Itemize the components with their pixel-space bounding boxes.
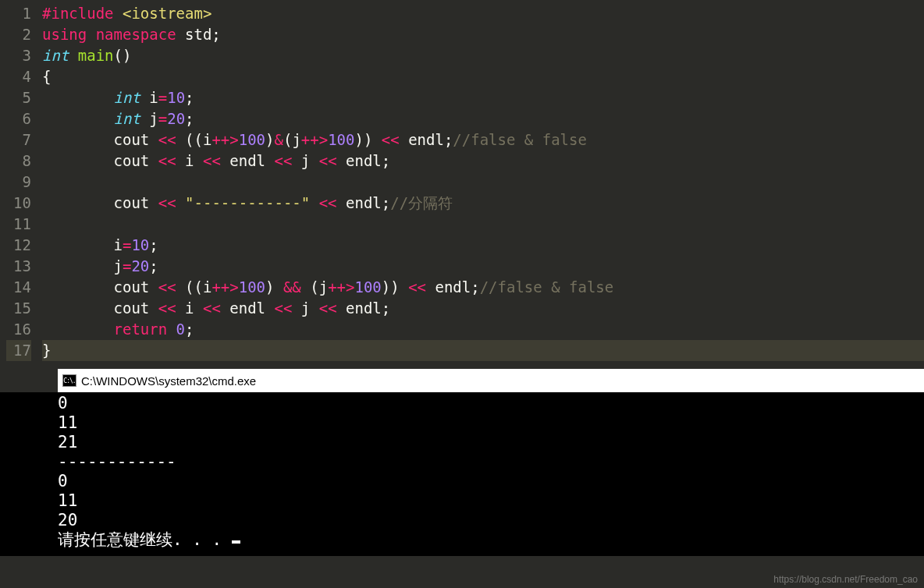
- line-number: 15: [6, 298, 31, 319]
- line-number: 13: [6, 256, 31, 277]
- line-number: 2: [6, 24, 31, 45]
- code-line[interactable]: int j=20;: [42, 108, 924, 129]
- code-line[interactable]: #include <iostream>: [42, 3, 924, 24]
- line-number: 16: [6, 319, 31, 340]
- code-line[interactable]: cout << ((i++>100) && (j++>100)) << endl…: [42, 277, 924, 298]
- watermark: https://blog.csdn.net/Freedom_cao: [773, 574, 918, 585]
- line-number: 1: [6, 3, 31, 24]
- line-number: 9: [6, 172, 31, 193]
- terminal-titlebar[interactable]: C:\. C:\WINDOWS\system32\cmd.exe: [58, 369, 924, 392]
- code-line[interactable]: j=20;: [42, 256, 924, 277]
- terminal-title: C:\WINDOWS\system32\cmd.exe: [81, 374, 256, 388]
- code-line[interactable]: i=10;: [42, 235, 924, 256]
- cmd-icon: C:\.: [62, 374, 76, 387]
- terminal-output[interactable]: 0 11 21 ------------ 0 11 20 请按任意键继续. . …: [0, 392, 924, 556]
- code-line[interactable]: [42, 172, 924, 193]
- code-line[interactable]: return 0;: [42, 319, 924, 340]
- line-number: 14: [6, 277, 31, 298]
- line-number: 4: [6, 66, 31, 87]
- terminal-window: C:\. C:\WINDOWS\system32\cmd.exe 0 11 21…: [0, 369, 924, 556]
- line-number: 12: [6, 235, 31, 256]
- code-line[interactable]: cout << ((i++>100)&(j++>100)) << endl;//…: [42, 129, 924, 151]
- line-number: 5: [6, 87, 31, 108]
- code-line[interactable]: }: [42, 340, 924, 361]
- terminal-text: 0 11 21 ------------ 0 11 20 请按任意键继续. . …: [58, 394, 232, 549]
- code-line[interactable]: cout << i << endl << j << endl;: [42, 298, 924, 319]
- terminal-cursor: [232, 540, 240, 544]
- code-line[interactable]: int i=10;: [42, 87, 924, 108]
- line-number: 8: [6, 151, 31, 172]
- code-line[interactable]: using namespace std;: [42, 24, 924, 45]
- code-line[interactable]: int main(): [42, 45, 924, 66]
- line-number: 6: [6, 108, 31, 129]
- line-number-gutter: 1234567891011121314151617: [0, 0, 42, 364]
- line-number: 10: [6, 193, 31, 214]
- code-line[interactable]: {: [42, 66, 924, 87]
- line-number: 17: [6, 340, 31, 361]
- code-line[interactable]: cout << "------------" << endl;//分隔符: [42, 193, 924, 214]
- code-line[interactable]: cout << i << endl << j << endl;: [42, 151, 924, 172]
- line-number: 11: [6, 214, 31, 235]
- code-editor[interactable]: 1234567891011121314151617 #include <iost…: [0, 0, 924, 364]
- code-area[interactable]: #include <iostream>using namespace std;i…: [42, 0, 924, 364]
- code-line[interactable]: [42, 214, 924, 235]
- line-number: 7: [6, 129, 31, 151]
- line-number: 3: [6, 45, 31, 66]
